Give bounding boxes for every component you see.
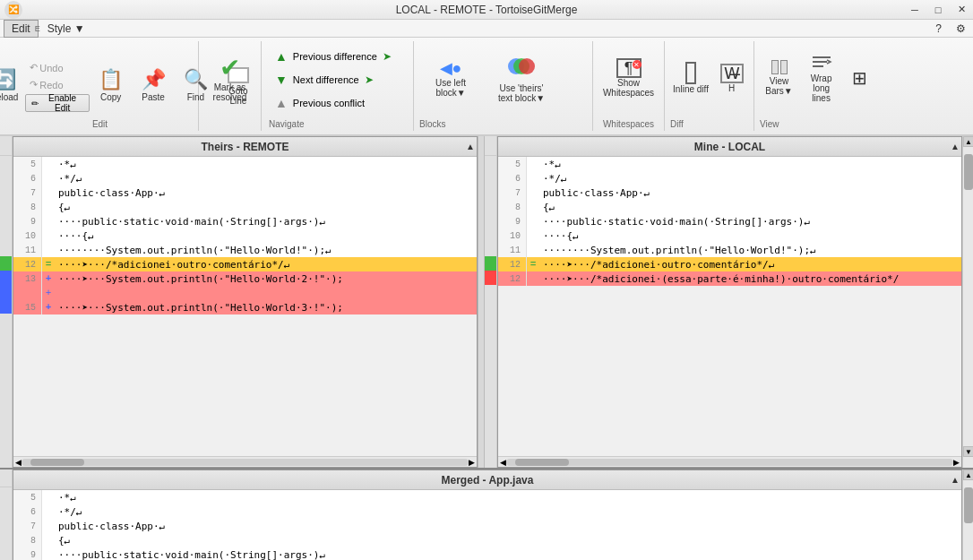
bottom-scroll-top-btn[interactable]: ▲ [951, 475, 960, 485]
bottom-pane-header: Merged - App.java ▲ [13, 470, 961, 490]
bottom-editor-content[interactable]: 5 ·*↵ 6 ·*/↵ 7 public·class·App·↵ [13, 490, 961, 560]
right-line-11: 11 ········System.out.println(·"Hello·Wo… [498, 243, 961, 257]
bottom-line-8: 8 {↵ [13, 533, 961, 547]
right-pane-header: Mine - LOCAL ▲ [498, 137, 961, 157]
edit-group-label: Edit [92, 119, 108, 129]
right-scroll-track[interactable] [506, 459, 953, 466]
bottom-scroll-thumb[interactable] [964, 487, 973, 523]
left-scroll-top-btn[interactable]: ▲ [466, 142, 475, 151]
right-scroll-left-btn[interactable]: ◀ [500, 458, 506, 467]
wrap-lines-button[interactable]: Wrap long lines [802, 42, 840, 114]
down-arrow-icon: ▼ [275, 73, 288, 87]
menu-bar: Edit E Style ▼ ? ⚙ [0, 20, 973, 38]
undo-button[interactable]: ↶ Undo [25, 60, 67, 75]
ind-add1 [0, 271, 12, 285]
menu-settings[interactable]: ⚙ [949, 21, 973, 37]
whitespaces-group-label: Whitespaces [603, 119, 654, 129]
left-line-12: 12 = ····➤···/*adicionei·outro·comentári… [13, 257, 477, 271]
view-group-label: View [760, 119, 779, 129]
navigate-group-label: Navigate [269, 119, 304, 129]
scroll-thumb[interactable] [964, 154, 973, 190]
pencil-icon: ✏ [31, 99, 39, 108]
use-left-block-button[interactable]: ◀● Use left block▼ [419, 42, 482, 114]
right-h-scrollbar[interactable]: ◀ ▶ [498, 456, 961, 467]
scroll-up-btn[interactable]: ▲ [963, 136, 973, 147]
merged-area: Merged - App.java ▲ 5 ·*↵ 6 ·*/↵ [0, 468, 973, 560]
redo-button[interactable]: ↷ Redo [25, 77, 67, 92]
left-line-13: 13 + ····➤···System.out.println(·"Hello·… [13, 271, 477, 286]
right-editor-content[interactable]: 5 ·*↵ 6 ·*/↵ 7 public·class·App·↵ [498, 157, 961, 456]
menu-style[interactable]: Style ▼ [40, 21, 92, 37]
merged-pane-wrapper: Merged - App.java ▲ 5 ·*↵ 6 ·*/↵ [0, 470, 973, 560]
prev-diff-button[interactable]: ▲ Previous difference ➤ [269, 45, 406, 68]
use-theirs-block-button[interactable]: Use 'theirs' text block▼ [486, 42, 557, 114]
close-button[interactable]: ✕ [950, 0, 973, 20]
right-indicator-bar [485, 136, 497, 468]
inline-diff-button[interactable]: Inline diff [670, 42, 711, 114]
svg-point-2 [519, 58, 535, 74]
ind-equal [0, 256, 12, 271]
blocks-group-label: Blocks [419, 119, 445, 129]
paste-button[interactable]: 📌 Paste [132, 50, 174, 122]
bottom-vertical-scrollbar[interactable]: ▲ ▼ [962, 470, 973, 560]
left-line-5: 5 ·*↵ [13, 157, 477, 171]
next-diff-button[interactable]: ▼ Next difference ➤ [269, 68, 406, 91]
show-h-button[interactable]: W̶ H [715, 42, 748, 114]
enable-edit-button[interactable]: ✏ Enable Edit [25, 94, 90, 112]
left-pane: Theirs - REMOTE ▲ 5 ·*↵ 6 ·*/↵ [13, 136, 478, 468]
ind-add3 [0, 299, 12, 314]
show-whitespaces-button[interactable]: ¶ ✕ Show Whitespaces [598, 42, 660, 114]
undo-redo-row: ↶ Undo [25, 60, 90, 75]
left-line-14: + [13, 286, 477, 300]
left-scroll-track[interactable] [22, 459, 469, 466]
reload-icon: 🔄 [0, 70, 16, 90]
left-line-8: 8 {↵ [13, 200, 477, 214]
main-editor-area: Theirs - REMOTE ▲ 5 ·*↵ 6 ·*/↵ [0, 136, 973, 468]
toolbar-diff-group: Inline diff W̶ H Diff [665, 41, 754, 131]
reload-button[interactable]: 🔄 Reload [0, 50, 25, 122]
whitespaces-icon: ¶ ✕ [616, 58, 641, 78]
right-vertical-scrollbar[interactable]: ▲ ▼ [962, 136, 973, 468]
left-editor-content[interactable]: 5 ·*↵ 6 ·*/↵ 7 public·class·App·↵ [13, 157, 477, 456]
paste-icon: 📌 [142, 70, 166, 90]
toolbar-view-group: View Bars▼ Wrap long lines ⊞ View [754, 41, 880, 131]
right-ind-conflict [485, 271, 496, 285]
right-line-12b: 12 ····➤···/*adicionei·(essa·parte·é·min… [498, 271, 961, 286]
scroll-down-btn[interactable]: ▼ [963, 446, 973, 457]
vertical-splitter[interactable] [478, 136, 485, 468]
right-line-8: 8 {↵ [498, 200, 961, 214]
right-scroll-top-btn[interactable]: ▲ [951, 142, 960, 151]
mark-resolved-button[interactable]: ✔ Mark as resolved [203, 41, 257, 113]
prev-conflict-button[interactable]: ▲ Previous conflict [269, 91, 406, 115]
ind-add2 [0, 285, 12, 299]
undo-redo-col: ↶ Undo ↷ Redo ✏ Enable Edit [25, 60, 90, 112]
maximize-button[interactable]: □ [926, 0, 950, 20]
toolbar-navigate-group: ▲ Previous difference ➤ ▼ Next differenc… [262, 41, 414, 131]
menu-help[interactable]: ? [928, 21, 949, 37]
bottom-scroll-up-btn[interactable]: ▲ [963, 470, 973, 480]
bottom-code-lines: 5 ·*↵ 6 ·*/↵ 7 public·class·App·↵ [13, 490, 961, 560]
left-scroll-right-btn[interactable]: ▶ [469, 458, 475, 467]
minimize-button[interactable]: ─ [903, 0, 926, 20]
toolbar: 💾 Save 🔄 Reload ↶ Undo ↷ [0, 38, 973, 136]
left-scroll-left-btn[interactable]: ◀ [15, 458, 22, 467]
right-arrow-prev-icon: ➤ [383, 50, 392, 63]
toolbar-whitespaces-group: ¶ ✕ Show Whitespaces Whitespaces [593, 41, 665, 131]
left-line-9: 9 ····public·static·void·main(·String[]·… [13, 214, 477, 228]
view-bars-button[interactable]: View Bars▼ [760, 42, 798, 114]
h-diff-icon: W̶ [720, 64, 744, 83]
copy-button[interactable]: 📋 Copy [90, 50, 132, 122]
bottom-line-6: 6 ·*/↵ [13, 504, 961, 519]
left-line-10: 10 ····{↵ [13, 228, 477, 243]
up-arrow-icon: ▲ [275, 49, 288, 64]
conflict-up-icon: ▲ [275, 96, 288, 110]
right-code-lines: 5 ·*↵ 6 ·*/↵ 7 public·class·App·↵ [498, 157, 961, 286]
right-scroll-right-btn[interactable]: ▶ [953, 458, 960, 467]
bottom-line-7: 7 public·class·App·↵ [13, 519, 961, 533]
copy-icon: 📋 [99, 70, 123, 90]
menu-edit[interactable]: Edit [4, 20, 39, 38]
grid-view-button[interactable]: ⊞ [844, 42, 874, 114]
undo-icon: ↶ [30, 62, 38, 73]
left-h-scrollbar[interactable]: ◀ ▶ [13, 456, 477, 467]
right-line-10: 10 ····{↵ [498, 228, 961, 243]
